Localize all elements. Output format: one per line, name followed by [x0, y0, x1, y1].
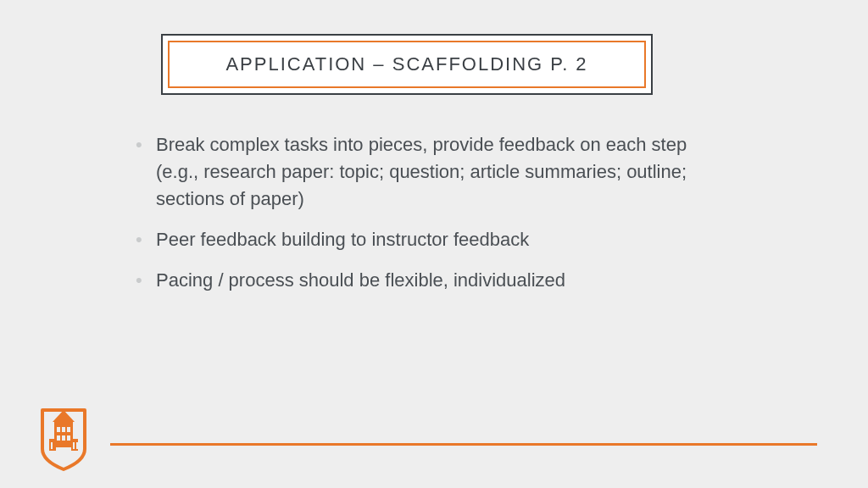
- svg-rect-11: [73, 442, 75, 449]
- list-item: Break complex tasks into pieces, provide…: [136, 131, 729, 213]
- svg-rect-9: [67, 435, 70, 441]
- svg-rect-0: [54, 422, 73, 447]
- footer-divider: [110, 443, 817, 446]
- bullet-list: Break complex tasks into pieces, provide…: [136, 131, 729, 307]
- title-frame-outer: APPLICATION – SCAFFOLDING P. 2: [161, 34, 653, 95]
- svg-marker-1: [53, 410, 75, 422]
- svg-rect-12: [76, 442, 78, 449]
- svg-rect-7: [57, 435, 60, 441]
- svg-rect-4: [57, 427, 60, 432]
- svg-rect-6: [67, 427, 70, 432]
- title-frame-inner: APPLICATION – SCAFFOLDING P. 2: [168, 41, 646, 88]
- institution-logo-icon: [34, 405, 93, 473]
- slide-title: APPLICATION – SCAFFOLDING P. 2: [225, 53, 587, 75]
- svg-rect-10: [51, 442, 53, 449]
- svg-rect-5: [62, 427, 65, 432]
- list-item: Pacing / process should be flexible, ind…: [136, 267, 729, 294]
- list-item: Peer feedback building to instructor fee…: [136, 226, 729, 253]
- svg-rect-8: [62, 435, 65, 441]
